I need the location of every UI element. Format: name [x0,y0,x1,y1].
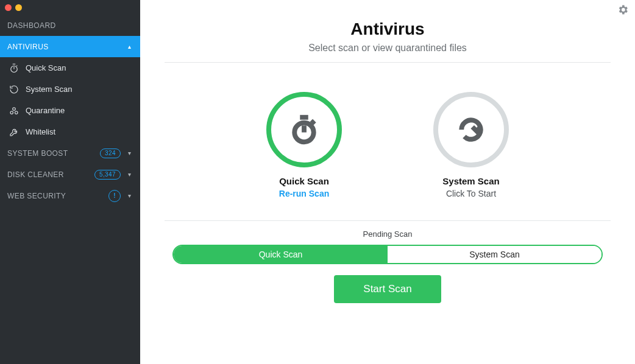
quick-scan-card[interactable]: Quick Scan Re-run Scan [266,92,342,198]
scan-type-segmented: Quick Scan System Scan [172,245,603,264]
sidebar-label: DASHBOARD [7,21,133,30]
svg-line-10 [311,121,314,124]
sidebar-item-web-security[interactable]: WEB SECURITY ! ▾ [0,185,140,206]
segment-quick-scan[interactable]: Quick Scan [174,246,388,263]
close-window-button[interactable] [5,4,12,11]
svg-line-3 [16,65,17,66]
sidebar-item-system-boost[interactable]: SYSTEM BOOST 324 ▾ [0,142,140,164]
sidebar-label: Quarantine [26,106,133,115]
system-scan-card[interactable]: System Scan Click To Start [433,92,509,198]
chevron-down-icon: ▾ [127,192,133,199]
chevron-up-icon: ▴ [127,43,133,50]
sidebar-label: ANTIVIRUS [7,43,121,51]
page-title: Antivirus [165,19,611,39]
sidebar-label: DISK CLEANER [7,170,88,179]
sidebar-item-system-scan[interactable]: System Scan [0,79,140,100]
wrench-icon [9,127,20,138]
settings-button[interactable] [617,4,629,18]
alert-badge: ! [108,190,121,202]
refresh-icon [9,84,20,95]
svg-point-5 [10,111,13,114]
segment-system-scan[interactable]: System Scan [388,246,601,263]
chevron-down-icon: ▾ [127,150,133,156]
sidebar-item-antivirus[interactable]: ANTIVIRUS ▴ [0,36,140,57]
main-panel: Antivirus Select scan or view quarantine… [140,0,635,364]
stopwatch-icon [288,113,321,146]
window-controls [0,0,140,15]
scan-cards: Quick Scan Re-run Scan System Scan Click… [140,63,635,220]
sidebar-item-quick-scan[interactable]: Quick Scan [0,57,140,79]
sidebar-item-quarantine[interactable]: Quarantine [0,100,140,121]
page-subtitle: Select scan or view quarantined files [165,43,611,54]
count-badge: 324 [100,149,121,158]
sidebar: DASHBOARD ANTIVIRUS ▴ Quick Scan System … [0,0,140,364]
pending-label: Pending Scan [165,229,611,239]
count-badge: 5,347 [94,170,121,180]
sidebar-item-dashboard[interactable]: DASHBOARD [0,15,140,36]
page-header: Antivirus Select scan or view quarantine… [140,0,635,62]
svg-point-4 [13,107,16,110]
card-subtitle: Click To Start [433,189,509,198]
rerun-scan-link[interactable]: Re-run Scan [266,189,342,198]
svg-point-6 [15,111,18,114]
sidebar-item-disk-cleaner[interactable]: DISK CLEANER 5,347 ▾ [0,164,140,185]
sidebar-item-whitelist[interactable]: Whitelist [0,121,140,142]
sidebar-label: SYSTEM BOOST [7,149,94,158]
quick-scan-ring [266,92,342,167]
system-scan-ring [433,92,509,167]
card-title: Quick Scan [266,176,342,186]
sidebar-label: WEB SECURITY [7,192,102,200]
sidebar-label: Whitelist [26,127,133,136]
refresh-icon [455,113,488,146]
sidebar-label: Quick Scan [26,63,133,72]
sidebar-label: System Scan [26,85,133,94]
card-title: System Scan [433,176,509,186]
minimize-window-button[interactable] [15,4,22,11]
start-scan-button[interactable]: Start Scan [334,275,441,303]
stopwatch-icon [9,63,20,74]
chevron-down-icon: ▾ [127,171,133,178]
pending-section: Pending Scan Quick Scan System Scan Star… [140,221,635,303]
biohazard-icon [9,105,20,116]
